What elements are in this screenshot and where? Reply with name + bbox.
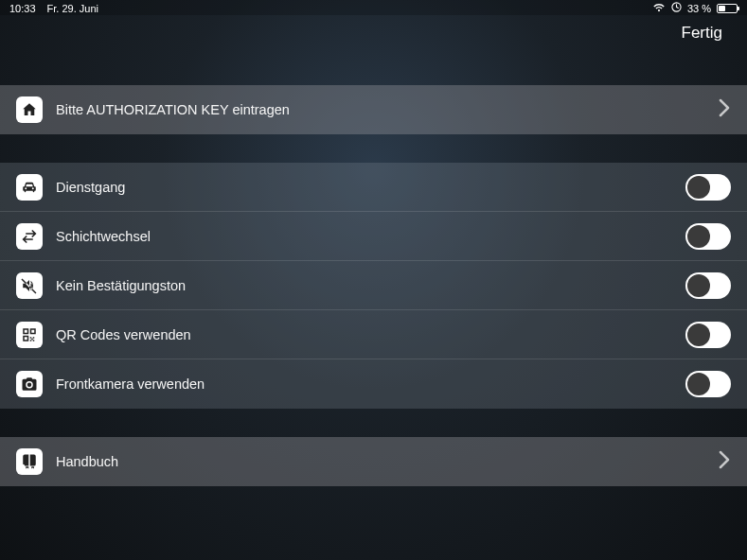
qr-icon (16, 322, 43, 348)
row-label: Dienstgang (56, 180, 685, 195)
home-icon (16, 96, 43, 123)
row-label: Schichtwechsel (56, 229, 685, 244)
row-label: QR Codes verwenden (56, 327, 685, 342)
rotation-lock-icon (671, 2, 682, 14)
section-settings: Dienstgang Schichtwechsel Kein Bestätigu… (0, 163, 747, 409)
toggle-bestaetigungston[interactable] (685, 272, 731, 299)
battery-text: 33 % (687, 3, 711, 14)
status-date: Fr. 29. Juni (47, 3, 98, 14)
row-label: Frontkamera verwenden (56, 376, 685, 392)
header: Fertig (0, 15, 747, 61)
toggle-qr-codes[interactable] (685, 322, 731, 348)
toggle-frontkamera[interactable] (685, 371, 731, 397)
row-frontkamera: Frontkamera verwenden (0, 359, 747, 409)
row-qr-codes: QR Codes verwenden (0, 310, 747, 359)
battery-icon (717, 4, 738, 13)
wifi-icon (652, 3, 666, 14)
chevron-right-icon (718, 98, 731, 121)
status-bar: 10:33 Fr. 29. Juni 33 % (0, 0, 747, 15)
swap-icon (16, 223, 43, 250)
done-button[interactable]: Fertig (682, 24, 722, 43)
row-dienstgang: Dienstgang (0, 163, 747, 212)
toggle-dienstgang[interactable] (685, 174, 731, 201)
section-authorization: Bitte AUTHORIZATION KEY eintragen (0, 85, 747, 134)
row-handbuch[interactable]: Handbuch (0, 437, 747, 486)
book-icon (16, 448, 43, 475)
row-label: Kein Bestätigungston (56, 278, 685, 293)
row-schichtwechsel: Schichtwechsel (0, 212, 747, 261)
row-label: Bitte AUTHORIZATION KEY eintragen (56, 102, 718, 117)
camera-icon (16, 371, 43, 397)
toggle-schichtwechsel[interactable] (685, 223, 731, 250)
chevron-right-icon (718, 450, 731, 473)
section-manual: Handbuch (0, 437, 747, 486)
row-authorization-key[interactable]: Bitte AUTHORIZATION KEY eintragen (0, 85, 747, 134)
mute-icon (16, 272, 43, 299)
row-label: Handbuch (56, 454, 718, 469)
status-time: 10:33 (9, 3, 36, 14)
car-icon (16, 174, 43, 201)
row-kein-bestaetigungston: Kein Bestätigungston (0, 261, 747, 310)
